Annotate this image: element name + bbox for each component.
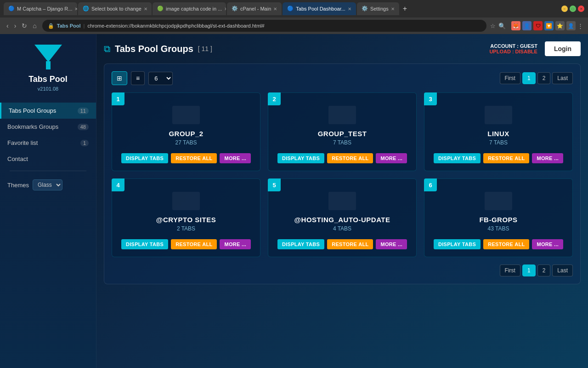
group-actions-5: DISPLAY TABS RESTORE ALL MORE ... [277,239,407,249]
group-actions-3: DISPLAY TABS RESTORE ALL MORE ... [434,153,563,163]
pagination-top-page1[interactable]: 1 [522,72,536,84]
grid-view-button[interactable]: ⊞ [112,71,127,85]
page-title: Tabs Pool Groups [115,44,193,54]
ext-icon-4[interactable]: 🔽 [544,21,554,30]
layers-icon: ⧉ [104,44,110,54]
main-content: ⧉ Tabs Pool Groups [ 11 ] ACCOUNT : GUES… [96,34,588,368]
list-view-button[interactable]: ≡ [131,71,145,85]
group-card-3: 3 LINUX 7 TABS DISPLAY TABS RESTORE ALL … [424,92,573,171]
url-box[interactable]: 🔒 Tabs Pool | chrome-extension://bokanmk… [42,20,486,32]
group-actions-6: DISPLAY TABS RESTORE ALL MORE ... [434,239,563,249]
tab1-favicon: 🔵 [8,6,15,12]
group-number-5: 5 [268,178,281,191]
groups-container: ⊞ ≡ 3 6 9 12 First 1 2 Last [104,63,581,284]
login-button[interactable]: Login [545,41,581,56]
bookmark-icon[interactable]: ☆ [490,23,496,29]
more-button-2[interactable]: MORE ... [376,153,407,163]
display-tabs-button-2[interactable]: DISPLAY TABS [277,153,324,163]
display-tabs-button-5[interactable]: DISPLAY TABS [277,239,324,249]
sidebar-item-bookmarks-groups[interactable]: Bookmarks Groups 48 [0,119,96,135]
back-button[interactable]: ‹ [5,21,11,30]
lock-icon: 🔒 [48,23,54,29]
group-name-2: GROUP_TEST [318,130,367,138]
group-number-6: 6 [424,178,437,191]
search-icon[interactable]: 🔍 [498,23,506,29]
tab6-close[interactable]: ✕ [391,6,395,12]
group-number-3: 3 [424,92,437,105]
ext-icon-6[interactable]: 👤 [566,21,576,30]
maximize-button[interactable]: □ [570,6,576,12]
close-button[interactable]: ✕ [578,6,584,12]
restore-all-button-1[interactable]: RESTORE ALL [171,153,217,163]
per-page-select[interactable]: 3 6 9 12 [148,72,173,85]
more-button-3[interactable]: MORE ... [532,153,563,163]
tab-4[interactable]: ⚙️ cPanel - Main ✕ [227,2,282,15]
tab4-close[interactable]: ✕ [273,6,277,12]
tab2-close[interactable]: ✕ [144,6,147,12]
restore-all-button-3[interactable]: RESTORE ALL [483,153,529,163]
forward-button[interactable]: › [12,21,18,30]
menu-icon[interactable]: ⋮ [577,23,583,29]
group-thumb-5 [328,192,356,210]
nav-buttons: ‹ › ↻ ⌂ [5,21,39,30]
pagination-bottom-last[interactable]: Last [552,264,573,276]
more-button-5[interactable]: MORE ... [376,239,407,249]
tab3-close[interactable]: ✕ [224,6,226,12]
ext-icon-2[interactable]: 👤 [522,21,531,30]
tab-6[interactable]: ⚙️ Settings ✕ [357,2,399,15]
group-actions-2: DISPLAY TABS RESTORE ALL MORE ... [277,153,407,163]
pagination-top-page2[interactable]: 2 [537,72,551,84]
restore-all-button-2[interactable]: RESTORE ALL [327,153,373,163]
sidebar-logo [34,43,62,71]
sidebar-item-bookmarks-groups-count: 48 [78,124,89,130]
account-label: ACCOUNT : [490,43,519,49]
restore-all-button-5[interactable]: RESTORE ALL [327,239,373,249]
sidebar-item-contact[interactable]: Contact [0,151,96,167]
ext-icon-5[interactable]: ⭐ [555,21,565,30]
theme-select[interactable]: Glass Dark Light [33,179,62,190]
more-button-4[interactable]: MORE ... [220,239,251,249]
group-tabs-4: 2 TABS [177,225,195,232]
sidebar-nav: Tabs Pool Groups 11 Bookmarks Groups 48 … [0,103,96,167]
tab-1[interactable]: 🔵 M Captcha – Django R... ✕ [4,2,77,15]
ext-icon-1[interactable]: 🦊 [511,21,520,30]
group-name-3: LINUX [487,130,509,138]
pagination-top-first[interactable]: First [500,72,520,84]
more-button-6[interactable]: MORE ... [532,239,563,249]
tab-5[interactable]: 🔵 Tabs Pool Dashboar... ✕ [283,2,356,15]
restore-all-button-6[interactable]: RESTORE ALL [483,239,529,249]
group-tabs-1: 27 TABS [175,139,197,146]
tab-2[interactable]: 🌐 Select book to change ✕ [78,2,152,15]
sidebar: Tabs Pool v2101.08 Tabs Pool Groups 11 B… [0,34,96,368]
pagination-bottom-page2[interactable]: 2 [537,264,551,276]
display-tabs-button-3[interactable]: DISPLAY TABS [434,153,481,163]
restore-all-button-4[interactable]: RESTORE ALL [171,239,217,249]
pagination-top-last[interactable]: Last [552,72,573,84]
sidebar-item-favorite-list[interactable]: Favorite list 1 [0,135,96,151]
group-actions-4: DISPLAY TABS RESTORE ALL MORE ... [121,239,251,249]
home-button[interactable]: ⌂ [31,21,38,30]
refresh-button[interactable]: ↻ [20,21,29,30]
display-tabs-button-6[interactable]: DISPLAY TABS [434,239,481,249]
pagination-bottom-first[interactable]: First [500,264,520,276]
new-tab-button[interactable]: + [400,5,410,13]
minimize-button[interactable]: − [561,6,568,12]
address-bar: ‹ › ↻ ⌂ 🔒 Tabs Pool | chrome-extension:/… [0,17,588,34]
header-title-group: ⧉ Tabs Pool Groups [ 11 ] [104,44,212,54]
tab4-label: cPanel - Main [240,6,271,12]
pagination-bottom-page1[interactable]: 1 [522,264,536,276]
sidebar-item-tabs-pool-groups[interactable]: Tabs Pool Groups 11 [0,103,96,119]
logo-funnel-icon [34,45,62,62]
display-tabs-button-4[interactable]: DISPLAY TABS [121,239,168,249]
tab5-close[interactable]: ✕ [348,6,351,12]
page-count: [ 11 ] [198,45,212,52]
tab1-close[interactable]: ✕ [74,6,77,12]
sidebar-version: v2101.08 [38,86,58,92]
groups-grid: 1 GROUP_2 27 TABS DISPLAY TABS RESTORE A… [112,92,573,257]
more-button-1[interactable]: MORE ... [220,153,251,163]
ext-icon-3[interactable]: 🛡 [533,21,543,30]
group-tabs-3: 7 TABS [489,139,508,146]
tab-3[interactable]: 🟢 image captcha code in ... ✕ [153,2,226,15]
sidebar-item-contact-label: Contact [7,155,89,162]
display-tabs-button-1[interactable]: DISPLAY TABS [121,153,168,163]
